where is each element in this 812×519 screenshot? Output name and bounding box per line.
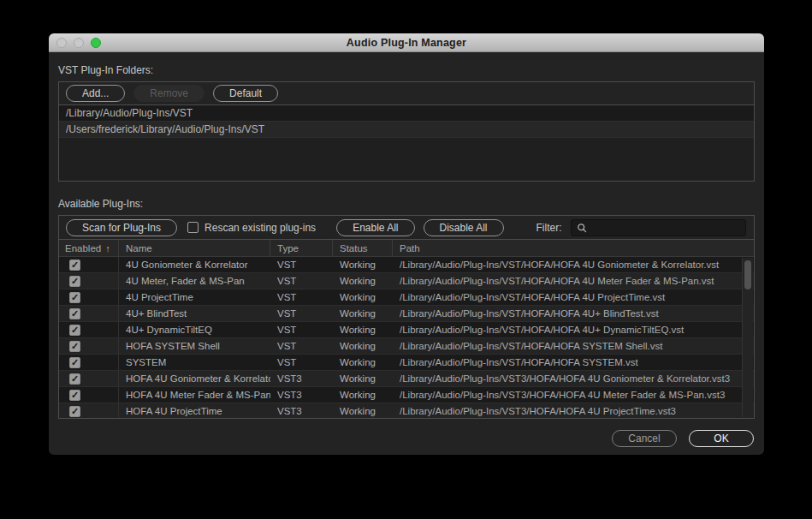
plugin-type: VST	[270, 338, 333, 354]
check-icon: ✓	[71, 374, 79, 384]
check-icon: ✓	[71, 309, 79, 319]
rescan-checkbox[interactable]	[187, 222, 199, 233]
folder-path: /Library/Audio/Plug-Ins/VST	[66, 107, 193, 119]
folders-button-row: Add... Remove Default	[59, 82, 754, 105]
plugin-name: 4U+ DynamicTiltEQ	[119, 322, 270, 337]
folder-list-item[interactable]: /Library/Audio/Plug-Ins/VST	[59, 105, 754, 122]
plugins-controls-row: Scan for Plug-Ins Rescan existing plug-i…	[59, 216, 754, 240]
folder-list-item[interactable]: /Users/frederick/Library/Audio/Plug-Ins/…	[59, 122, 754, 138]
dialog-footer: Cancel OK	[58, 430, 755, 447]
plugin-name: HOFA 4U ProjectTime	[119, 403, 270, 418]
plugin-row[interactable]: ✓ 4U Goniometer & Korrelator VST Working…	[59, 257, 754, 273]
plugin-row[interactable]: ✓ HOFA 4U Meter Fader & MS-Pan VST3 Work…	[59, 387, 754, 403]
check-icon: ✓	[71, 260, 79, 270]
plugin-type: VST	[270, 306, 333, 321]
column-header-status[interactable]: Status	[333, 240, 393, 256]
enabled-cell: ✓	[59, 387, 119, 403]
check-icon: ✓	[71, 325, 79, 335]
check-icon: ✓	[71, 277, 79, 286]
enabled-cell: ✓	[59, 257, 119, 272]
filter-input[interactable]	[591, 222, 740, 234]
enabled-checkbox[interactable]: ✓	[69, 325, 80, 336]
plugin-path: /Library/Audio/Plug-Ins/VST/HOFA/HOFA SY…	[393, 338, 754, 354]
plugin-name: 4U Goniometer & Korrelator	[119, 257, 270, 272]
enabled-checkbox[interactable]: ✓	[69, 390, 80, 401]
plugin-status: Working	[333, 257, 393, 272]
enable-all-button[interactable]: Enable All	[336, 219, 414, 236]
plugin-type: VST	[270, 322, 333, 337]
audio-plugin-manager-window: Audio Plug-In Manager VST Plug-In Folder…	[49, 33, 764, 455]
rescan-checkbox-label: Rescan existing plug-ins	[204, 222, 316, 234]
plugin-name: HOFA 4U Goniometer & Korrelator	[119, 371, 270, 386]
plugin-row[interactable]: ✓ SYSTEM VST Working /Library/Audio/Plug…	[59, 355, 754, 371]
plugin-type: VST	[270, 257, 333, 272]
enabled-cell: ✓	[59, 355, 119, 370]
ok-button[interactable]: OK	[689, 430, 754, 447]
scan-for-plugins-button[interactable]: Scan for Plug-Ins	[66, 219, 177, 236]
enabled-checkbox[interactable]: ✓	[69, 308, 80, 319]
plugin-row[interactable]: ✓ HOFA SYSTEM Shell VST Working /Library…	[59, 338, 754, 355]
remove-folder-button[interactable]: Remove	[133, 85, 204, 102]
add-folder-button[interactable]: Add...	[66, 85, 125, 102]
check-icon: ✓	[71, 391, 79, 400]
plugin-row[interactable]: ✓ HOFA 4U ProjectTime VST3 Working /Libr…	[59, 403, 754, 418]
plugin-type: VST	[270, 355, 333, 370]
vst-folders-panel: Add... Remove Default /Library/Audio/Plu…	[58, 81, 755, 182]
plugin-name: 4U Meter, Fader & MS-Pan	[119, 273, 270, 289]
plugin-status: Working	[333, 403, 393, 418]
plugin-type: VST	[270, 289, 333, 305]
window-controls	[56, 33, 101, 52]
desktop-background: Audio Plug-In Manager VST Plug-In Folder…	[0, 0, 812, 519]
plugin-row[interactable]: ✓ 4U ProjectTime VST Working /Library/Au…	[59, 289, 754, 306]
plugin-status: Working	[333, 387, 393, 403]
plugin-row[interactable]: ✓ 4U+ BlindTest VST Working /Library/Aud…	[59, 306, 754, 322]
default-folders-button[interactable]: Default	[213, 85, 278, 102]
column-header-enabled[interactable]: Enabled ↑	[59, 240, 119, 256]
enabled-header-label: Enabled	[65, 243, 101, 254]
plugin-type: VST3	[270, 387, 333, 403]
column-header-type[interactable]: Type	[270, 240, 333, 256]
plugin-status: Working	[333, 289, 393, 305]
plugin-path: /Library/Audio/Plug-Ins/VST3/HOFA/HOFA 4…	[393, 387, 754, 403]
column-header-path[interactable]: Path	[393, 240, 754, 256]
plugin-row[interactable]: ✓ 4U+ DynamicTiltEQ VST Working /Library…	[59, 322, 754, 338]
plugin-path: /Library/Audio/Plug-Ins/VST/HOFA/HOFA 4U…	[393, 306, 754, 321]
disable-all-button[interactable]: Disable All	[424, 219, 504, 236]
folder-path: /Users/frederick/Library/Audio/Plug-Ins/…	[66, 123, 264, 135]
enabled-cell: ✓	[59, 289, 119, 305]
available-plugins-label: Available Plug-Ins:	[58, 198, 755, 210]
enabled-checkbox[interactable]: ✓	[69, 373, 80, 385]
plugin-name: SYSTEM	[119, 355, 270, 370]
plugin-type: VST3	[270, 403, 333, 418]
enabled-checkbox[interactable]: ✓	[69, 341, 80, 352]
enabled-checkbox[interactable]: ✓	[69, 357, 80, 368]
scrollbar-thumb[interactable]	[744, 260, 751, 289]
plugin-table: Enabled ↑ Name Type Status Path ✓	[59, 240, 754, 418]
minimize-window-button[interactable]	[74, 38, 84, 48]
plugin-status: Working	[333, 306, 393, 321]
folder-list: /Library/Audio/Plug-Ins/VST /Users/frede…	[59, 105, 754, 181]
fullscreen-window-button[interactable]	[91, 38, 101, 48]
plugin-row[interactable]: ✓ HOFA 4U Goniometer & Korrelator VST3 W…	[59, 371, 754, 387]
plugin-name: HOFA SYSTEM Shell	[119, 338, 270, 354]
window-titlebar[interactable]: Audio Plug-In Manager	[49, 33, 764, 52]
plugin-table-body: ✓ 4U Goniometer & Korrelator VST Working…	[59, 257, 754, 418]
search-icon	[577, 223, 587, 233]
rescan-existing-option[interactable]: Rescan existing plug-ins	[187, 222, 316, 234]
column-header-name[interactable]: Name	[119, 240, 270, 256]
check-icon: ✓	[71, 407, 79, 416]
enabled-checkbox[interactable]: ✓	[69, 406, 80, 417]
plugin-type: VST	[270, 273, 333, 289]
table-scrollbar[interactable]	[742, 258, 753, 417]
plugin-row[interactable]: ✓ 4U Meter, Fader & MS-Pan VST Working /…	[59, 273, 754, 289]
enabled-checkbox[interactable]: ✓	[69, 276, 80, 287]
window-title: Audio Plug-In Manager	[347, 37, 466, 49]
close-window-button[interactable]	[56, 38, 67, 48]
dialog-content: VST Plug-In Folders: Add... Remove Defau…	[49, 52, 764, 447]
check-icon: ✓	[71, 293, 79, 302]
cancel-button[interactable]: Cancel	[612, 430, 677, 447]
filter-label: Filter:	[536, 222, 562, 234]
enabled-checkbox[interactable]: ✓	[69, 292, 80, 303]
enabled-checkbox[interactable]: ✓	[69, 260, 80, 271]
plugin-path: /Library/Audio/Plug-Ins/VST3/HOFA/HOFA 4…	[393, 371, 754, 386]
